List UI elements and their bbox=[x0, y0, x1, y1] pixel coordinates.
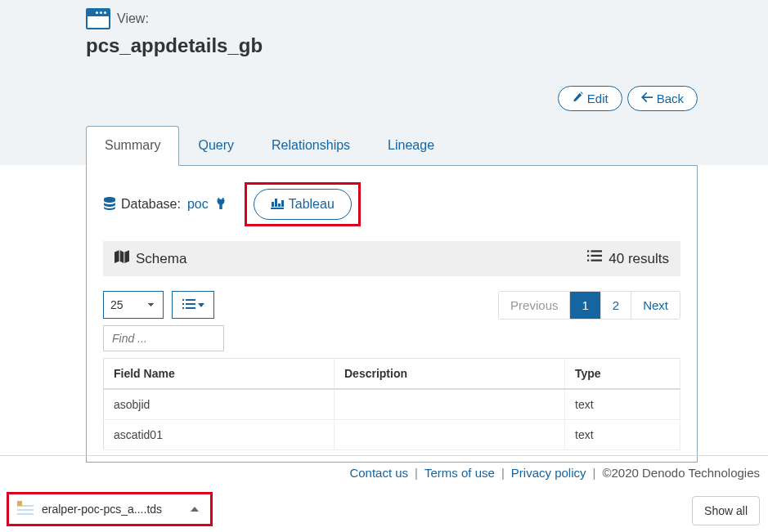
pagination-previous[interactable]: Previous bbox=[499, 292, 570, 319]
edit-label: Edit bbox=[587, 92, 609, 105]
edit-button[interactable]: Edit bbox=[558, 86, 622, 111]
arrow-left-icon bbox=[641, 92, 653, 105]
cell-desc bbox=[335, 420, 565, 450]
col-description[interactable]: Description bbox=[335, 359, 565, 390]
footer-privacy[interactable]: Privacy policy bbox=[511, 466, 586, 480]
download-bar: eralper-poc-pcs_a....tds bbox=[7, 490, 213, 529]
tab-relationships[interactable]: Relationships bbox=[253, 126, 369, 165]
view-icon bbox=[86, 8, 110, 29]
schema-bar: Schema 40 results bbox=[103, 241, 680, 276]
pagination-page-2[interactable]: 2 bbox=[601, 292, 631, 319]
col-type[interactable]: Type bbox=[565, 359, 680, 390]
cell-desc bbox=[335, 389, 565, 420]
download-filename: eralper-poc-pcs_a....tds bbox=[42, 503, 182, 516]
cell-type: text bbox=[565, 420, 680, 450]
list-icon bbox=[587, 249, 602, 268]
cell-field: asobjid bbox=[104, 389, 335, 420]
schema-table: Field Name Description Type asobjid text… bbox=[103, 358, 680, 450]
table-row: asobjid text bbox=[104, 389, 680, 420]
footer-copyright: ©2020 Denodo Technologies bbox=[602, 466, 760, 480]
database-icon bbox=[103, 197, 116, 212]
tab-query[interactable]: Query bbox=[179, 126, 253, 165]
table-row: ascatid01 text bbox=[104, 420, 680, 450]
show-all-button[interactable]: Show all bbox=[692, 496, 760, 525]
file-icon bbox=[17, 501, 34, 517]
cell-field: ascatid01 bbox=[104, 420, 335, 450]
chevron-up-icon bbox=[191, 507, 199, 512]
chevron-down-icon bbox=[198, 303, 204, 307]
page-title: pcs_appdetails_gb bbox=[86, 34, 752, 57]
tableau-button[interactable]: Tableau bbox=[254, 189, 352, 220]
tabs: Summary Query Relationships Lineage bbox=[86, 126, 698, 165]
tableau-label: Tableau bbox=[289, 197, 335, 212]
download-item[interactable]: eralper-poc-pcs_a....tds bbox=[7, 492, 213, 526]
database-link[interactable]: poc bbox=[187, 197, 209, 212]
page-size-select[interactable]: 25 bbox=[103, 291, 164, 319]
footer-contact[interactable]: Contact us bbox=[349, 466, 408, 480]
footer-links: Contact us | Terms of use | Privacy poli… bbox=[349, 466, 760, 480]
col-field-name[interactable]: Field Name bbox=[104, 359, 335, 390]
cell-type: text bbox=[565, 389, 680, 420]
pagination: Previous 1 2 Next bbox=[498, 291, 680, 320]
tab-content: Database: poc Tableau Schema 40 result bbox=[86, 165, 698, 463]
tab-lineage[interactable]: Lineage bbox=[369, 126, 453, 165]
pagination-page-1[interactable]: 1 bbox=[570, 292, 600, 319]
tableau-highlight: Tableau bbox=[245, 182, 361, 226]
plug-icon[interactable] bbox=[213, 198, 227, 212]
columns-toggle[interactable] bbox=[172, 291, 214, 319]
bar-chart-icon bbox=[271, 196, 284, 212]
pagination-next[interactable]: Next bbox=[631, 292, 680, 319]
back-button[interactable]: Back bbox=[627, 86, 698, 111]
database-label: Database: bbox=[121, 197, 181, 212]
view-label: View: bbox=[117, 11, 149, 26]
find-input[interactable] bbox=[103, 325, 224, 351]
schema-title: Schema bbox=[136, 251, 186, 267]
header: View: pcs_appdetails_gb Edit Back bbox=[0, 0, 768, 129]
back-label: Back bbox=[657, 92, 684, 105]
results-count: 40 results bbox=[609, 251, 669, 267]
tab-summary[interactable]: Summary bbox=[86, 126, 179, 166]
pencil-icon bbox=[572, 92, 583, 105]
footer-terms[interactable]: Terms of use bbox=[424, 466, 495, 480]
map-icon bbox=[115, 249, 129, 268]
